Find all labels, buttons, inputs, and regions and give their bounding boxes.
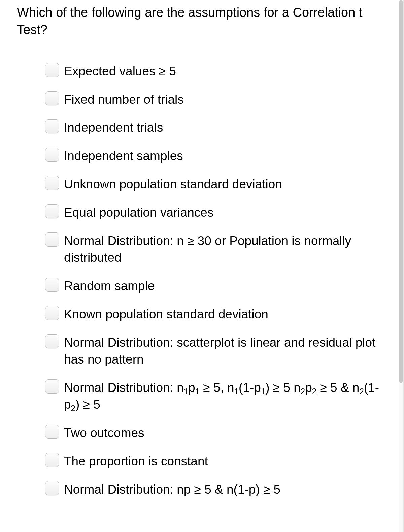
option-row: Random sample bbox=[44, 277, 386, 294]
opt-independent-trials-checkbox[interactable] bbox=[45, 119, 59, 133]
scrollbar-thumb[interactable] bbox=[399, 0, 403, 383]
opt-independent-trials-label: Independent trials bbox=[64, 119, 163, 136]
opt-proportion-constant-label: The proportion is constant bbox=[64, 452, 208, 470]
option-row: Normal Distribution: scatterplot is line… bbox=[44, 334, 386, 368]
opt-expected-values-label: Expected values ≥ 5 bbox=[64, 62, 176, 80]
opt-normal-scatter-label: Normal Distribution: scatterplot is line… bbox=[64, 334, 386, 368]
option-row: Independent trials bbox=[44, 119, 386, 136]
scrollbar-track[interactable] bbox=[399, 0, 403, 532]
opt-known-sigma-label: Known population standard deviation bbox=[64, 305, 268, 323]
opt-two-outcomes-label: Two outcomes bbox=[64, 424, 144, 441]
opt-normal-n1p1-label: Normal Distribution: n1p1 ≥ 5, n1(1-p1) … bbox=[64, 379, 386, 413]
option-row: Normal Distribution: np ≥ 5 & n(1-p) ≥ 5 bbox=[44, 480, 386, 498]
question-panel: Which of the following are the assumptio… bbox=[0, 0, 404, 532]
opt-random-sample-label: Random sample bbox=[64, 277, 155, 294]
option-row: Normal Distribution: n1p1 ≥ 5, n1(1-p1) … bbox=[44, 379, 386, 413]
option-row: Fixed number of trials bbox=[44, 91, 386, 108]
opt-normal-n30-checkbox[interactable] bbox=[45, 232, 59, 247]
option-row: Two outcomes bbox=[44, 424, 386, 441]
opt-proportion-constant-checkbox[interactable] bbox=[45, 453, 59, 467]
opt-normal-np-label: Normal Distribution: np ≥ 5 & n(1-p) ≥ 5 bbox=[64, 480, 280, 498]
opt-equal-variances-checkbox[interactable] bbox=[45, 204, 59, 218]
opt-expected-values-checkbox[interactable] bbox=[45, 63, 59, 77]
option-row: Independent samples bbox=[44, 147, 386, 164]
option-row: Expected values ≥ 5 bbox=[44, 62, 386, 80]
opt-normal-n1p1-checkbox[interactable] bbox=[45, 379, 59, 394]
option-row: The proportion is constant bbox=[44, 452, 386, 470]
option-row: Known population standard deviation bbox=[44, 305, 386, 323]
opt-equal-variances-label: Equal population variances bbox=[64, 204, 213, 221]
option-row: Unknown population standard deviation bbox=[44, 175, 386, 193]
opt-random-sample-checkbox[interactable] bbox=[45, 278, 59, 292]
opt-unknown-sigma-checkbox[interactable] bbox=[45, 176, 59, 190]
opt-unknown-sigma-label: Unknown population standard deviation bbox=[64, 175, 282, 193]
opt-normal-scatter-checkbox[interactable] bbox=[45, 334, 59, 348]
options-list: Expected values ≥ 5Fixed number of trial… bbox=[17, 62, 386, 498]
option-row: Normal Distribution: n ≥ 30 or Populatio… bbox=[44, 232, 386, 266]
opt-independent-samples-checkbox[interactable] bbox=[45, 148, 59, 162]
opt-normal-np-checkbox[interactable] bbox=[45, 481, 59, 495]
opt-two-outcomes-checkbox[interactable] bbox=[45, 425, 59, 439]
opt-known-sigma-checkbox[interactable] bbox=[45, 306, 59, 320]
opt-normal-n30-label: Normal Distribution: n ≥ 30 or Populatio… bbox=[64, 232, 386, 266]
opt-independent-samples-label: Independent samples bbox=[64, 147, 183, 164]
question-text: Which of the following are the assumptio… bbox=[17, 4, 386, 39]
option-row: Equal population variances bbox=[44, 204, 386, 221]
opt-fixed-trials-label: Fixed number of trials bbox=[64, 91, 184, 108]
opt-fixed-trials-checkbox[interactable] bbox=[45, 91, 59, 105]
